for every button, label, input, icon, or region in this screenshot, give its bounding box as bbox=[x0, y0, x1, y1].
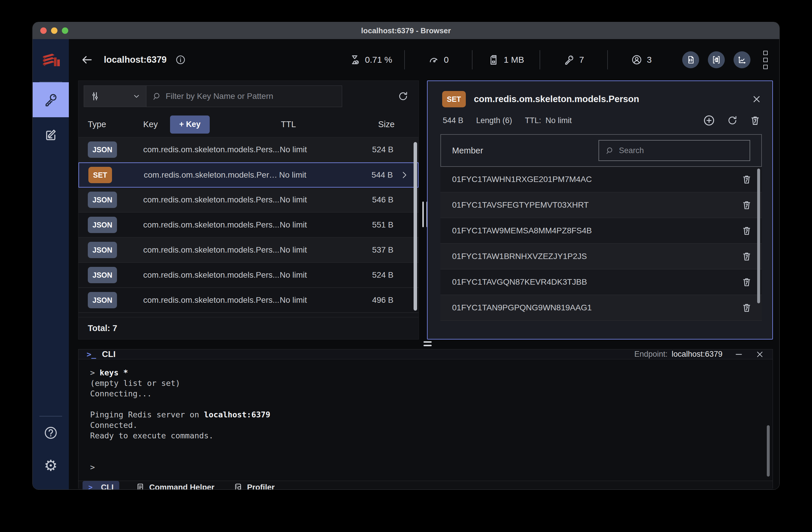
add-member-icon[interactable] bbox=[703, 114, 715, 127]
tab-command-helper[interactable]: Command Helper bbox=[133, 481, 217, 489]
cli-output[interactable]: > keys *(empty list or set)Connecting...… bbox=[78, 359, 773, 481]
table-row[interactable]: SET com.redis.om.skeleton.models.Person … bbox=[78, 162, 419, 188]
close-details-icon[interactable] bbox=[751, 94, 762, 104]
key-type-badge: SET bbox=[88, 167, 112, 183]
profiler-icon bbox=[234, 483, 243, 489]
back-button[interactable] bbox=[81, 53, 93, 66]
cli-line: Pinging Redis server on localhost:6379 bbox=[90, 409, 761, 420]
close-window-button[interactable] bbox=[40, 27, 47, 34]
tab-cli[interactable]: >_ CLI bbox=[83, 481, 119, 489]
minimize-cli-icon[interactable] bbox=[734, 350, 743, 359]
table-row[interactable]: JSON com.redis.om.skeleton.models.Pers..… bbox=[78, 238, 419, 263]
key-details-header: SET com.redis.om.skeleton.models.Person bbox=[427, 81, 772, 110]
key-search-input[interactable] bbox=[166, 91, 337, 101]
cli-line: (empty list or set) bbox=[90, 378, 761, 388]
zoom-window-button[interactable] bbox=[62, 27, 68, 34]
column-ttl: TTL bbox=[281, 119, 354, 129]
key-size-cell: 524 B bbox=[353, 270, 393, 280]
tab-profiler[interactable]: Profiler bbox=[231, 481, 278, 489]
database-name: localhost:6379 bbox=[104, 55, 166, 65]
key-ttl-cell: No limit bbox=[280, 145, 353, 154]
cli-resize-handle[interactable] bbox=[423, 341, 432, 346]
member-value: 01FYC1TAVSFEGTYPEMVT03XHRT bbox=[452, 200, 589, 210]
key-type-badge: JSON bbox=[88, 267, 117, 283]
filter-row bbox=[78, 81, 419, 112]
member-value: 01FYC1TAVGQN87KEVR4DK3TJBB bbox=[452, 277, 587, 287]
delete-key-icon[interactable] bbox=[750, 115, 761, 126]
instance-header: localhost:6379 0.71 % bbox=[69, 39, 779, 81]
info-icon[interactable] bbox=[175, 55, 186, 65]
cli-scrollbar[interactable] bbox=[767, 425, 770, 477]
key-type-filter-dropdown[interactable] bbox=[84, 85, 146, 107]
key-name-cell: com.redis.om.skeleton.models.Pers... bbox=[143, 195, 280, 204]
endpoint-value: localhost:6379 bbox=[672, 350, 723, 359]
key-name-cell: com.redis.om.skeleton.models.Pers... bbox=[143, 245, 280, 255]
table-row[interactable]: JSON com.redis.om.skeleton.models.Pers..… bbox=[78, 213, 419, 238]
sidebar-item-browser[interactable] bbox=[33, 82, 69, 117]
member-search-input[interactable] bbox=[619, 146, 744, 155]
table-row[interactable]: JSON com.redis.om.skeleton.models.Pers..… bbox=[78, 188, 419, 213]
members-scrollbar[interactable] bbox=[757, 169, 760, 303]
delete-member-icon[interactable] bbox=[741, 251, 752, 262]
delete-member-icon[interactable] bbox=[741, 277, 752, 287]
minimize-window-button[interactable] bbox=[51, 27, 57, 34]
chart-icon bbox=[737, 55, 747, 64]
stat-memory-value: 1 MB bbox=[504, 55, 524, 65]
key-list: JSON com.redis.om.skeleton.models.Pers..… bbox=[78, 138, 419, 317]
key-icon bbox=[43, 92, 58, 107]
key-type-badge: JSON bbox=[88, 217, 117, 233]
refresh-key-icon[interactable] bbox=[727, 115, 738, 126]
close-cli-icon[interactable] bbox=[755, 350, 765, 359]
stat-keys-value: 7 bbox=[579, 55, 584, 65]
keys-total: Total: 7 bbox=[78, 317, 419, 339]
key-ttl-cell: No limit bbox=[280, 220, 353, 230]
key-name-cell: com.redis.om.skeleton.models.Pers... bbox=[143, 220, 280, 230]
cli-header[interactable]: >_ CLI Endpoint: localhost:6379 bbox=[78, 349, 773, 359]
workbench-button[interactable] bbox=[682, 51, 699, 68]
stat-cpu: 0.71 % bbox=[337, 54, 404, 65]
sidebar-item-workbench[interactable] bbox=[33, 117, 69, 152]
more-menu-button[interactable] bbox=[763, 51, 768, 69]
delete-member-icon[interactable] bbox=[741, 226, 752, 236]
matrix-icon bbox=[712, 55, 721, 64]
endpoint-label: Endpoint: bbox=[634, 350, 668, 359]
key-size-cell: 546 B bbox=[353, 195, 393, 204]
key-size-cell: 537 B bbox=[353, 245, 393, 255]
list-item: 01FYC1TAVGQN87KEVR4DK3TJBB bbox=[440, 270, 762, 295]
table-row[interactable]: JSON com.redis.om.skeleton.models.Pers..… bbox=[78, 288, 419, 313]
stat-keys: 7 bbox=[540, 54, 607, 65]
keys-scrollbar[interactable] bbox=[414, 142, 417, 311]
add-key-button[interactable]: + Key bbox=[170, 115, 210, 133]
sidebar-item-settings[interactable]: ⚙ bbox=[33, 449, 69, 482]
bulk-actions-button[interactable] bbox=[708, 51, 725, 68]
table-row[interactable]: JSON com.redis.om.skeleton.models.Pers..… bbox=[78, 138, 419, 162]
refresh-keys-icon[interactable] bbox=[397, 91, 409, 102]
table-row[interactable]: JSON com.redis.om.skeleton.models.Pers..… bbox=[78, 263, 419, 288]
traffic-lights bbox=[40, 22, 68, 39]
column-size: Size bbox=[354, 119, 395, 129]
hourglass-icon bbox=[349, 54, 360, 65]
cli-line bbox=[90, 441, 761, 451]
key-ttl-cell: No limit bbox=[280, 296, 353, 305]
key-icon bbox=[564, 54, 575, 65]
keys-panel: Type Key + Key TTL Size JSON com.redis.o… bbox=[78, 81, 419, 340]
key-ttl: TTL: No limit bbox=[525, 116, 572, 125]
delete-member-icon[interactable] bbox=[741, 302, 752, 313]
list-item: 01FYC1TAW1BRNHXVZEZJY1P2JS bbox=[440, 244, 762, 270]
column-type: Type bbox=[88, 119, 143, 129]
sidebar-item-help[interactable] bbox=[33, 417, 69, 449]
members-header: Member bbox=[440, 134, 762, 167]
window-titlebar: localhost:6379 - Browser bbox=[33, 22, 779, 39]
delete-member-icon[interactable] bbox=[741, 174, 752, 185]
members-table: Member 01FYC1TAWHN1RXGE201PM7M4AC 01FYC1… bbox=[440, 134, 762, 321]
help-icon bbox=[43, 426, 58, 440]
delete-member-icon[interactable] bbox=[741, 200, 752, 210]
analytics-button[interactable] bbox=[734, 51, 751, 68]
stat-memory: 1 MB bbox=[473, 54, 540, 65]
key-ttl-cell: No limit bbox=[280, 245, 353, 255]
key-name-cell: com.redis.om.skeleton.models.Person bbox=[144, 170, 279, 180]
key-ttl-cell: No limit bbox=[280, 270, 353, 280]
sidebar: ⚙ bbox=[33, 39, 69, 489]
cli-panel: >_ CLI Endpoint: localhost:6379 > bbox=[78, 349, 773, 489]
gear-icon: ⚙ bbox=[44, 458, 58, 473]
